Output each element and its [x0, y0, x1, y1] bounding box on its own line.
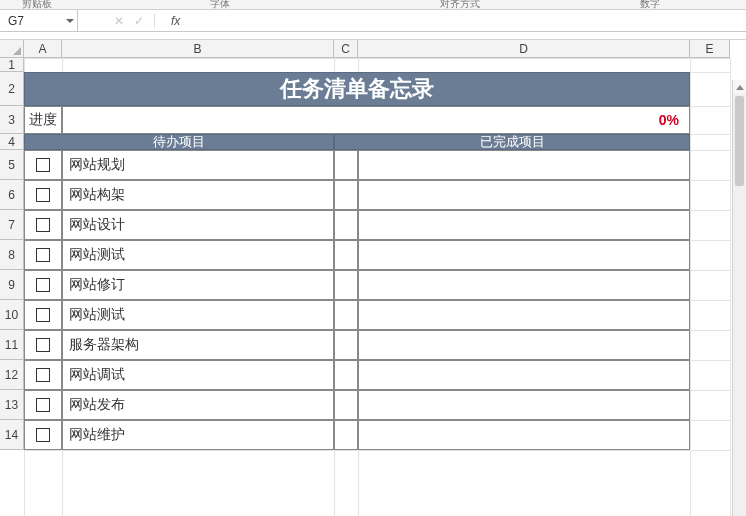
scroll-up-button[interactable]: [733, 80, 746, 94]
todo-item-text[interactable]: 网站调试: [62, 360, 334, 390]
chevron-down-icon[interactable]: [66, 19, 74, 23]
todo-checkbox[interactable]: [24, 330, 62, 360]
row-header-8[interactable]: 8: [0, 240, 24, 270]
todo-item-text[interactable]: 网站维护: [62, 420, 334, 450]
todo-item-text[interactable]: 网站构架: [62, 180, 334, 210]
todo-checkbox[interactable]: [24, 270, 62, 300]
worksheet-grid[interactable]: ABCDE 1234567891011121314 任务清单备忘录进度0%待办项…: [0, 40, 746, 516]
done-item-cell[interactable]: [358, 360, 690, 390]
done-checkbox-cell[interactable]: [334, 390, 358, 420]
done-item-cell[interactable]: [358, 240, 690, 270]
checkbox-icon[interactable]: [36, 188, 50, 202]
todo-checkbox[interactable]: [24, 240, 62, 270]
header-todo: 待办项目: [24, 134, 334, 150]
row-header-3[interactable]: 3: [0, 106, 24, 134]
header-done: 已完成项目: [334, 134, 690, 150]
todo-item-text[interactable]: 网站修订: [62, 270, 334, 300]
col-header-E[interactable]: E: [690, 40, 730, 58]
done-checkbox-cell[interactable]: [334, 180, 358, 210]
checkbox-icon[interactable]: [36, 338, 50, 352]
todo-item-text[interactable]: 网站规划: [62, 150, 334, 180]
sheet-title: 任务清单备忘录: [24, 72, 690, 106]
checkbox-icon[interactable]: [36, 428, 50, 442]
checkbox-icon[interactable]: [36, 278, 50, 292]
done-checkbox-cell[interactable]: [334, 270, 358, 300]
name-box-value: G7: [8, 14, 24, 28]
select-all-corner[interactable]: [0, 40, 24, 58]
done-item-cell[interactable]: [358, 150, 690, 180]
todo-checkbox[interactable]: [24, 150, 62, 180]
todo-item-text[interactable]: 网站测试: [62, 240, 334, 270]
todo-checkbox[interactable]: [24, 300, 62, 330]
progress-value: 0%: [62, 106, 690, 134]
row-header-5[interactable]: 5: [0, 150, 24, 180]
row-header-11[interactable]: 11: [0, 330, 24, 360]
enter-formula-icon: ✓: [134, 14, 144, 28]
ribbon-group-align: 对齐方式: [440, 0, 480, 11]
row-header-9[interactable]: 9: [0, 270, 24, 300]
col-header-D[interactable]: D: [358, 40, 690, 58]
done-item-cell[interactable]: [358, 420, 690, 450]
todo-checkbox[interactable]: [24, 180, 62, 210]
col-header-A[interactable]: A: [24, 40, 62, 58]
todo-checkbox[interactable]: [24, 210, 62, 240]
todo-item-text[interactable]: 服务器架构: [62, 330, 334, 360]
row-header-12[interactable]: 12: [0, 360, 24, 390]
done-checkbox-cell[interactable]: [334, 150, 358, 180]
row-header-1[interactable]: 1: [0, 58, 24, 72]
progress-label: 进度: [24, 106, 62, 134]
done-checkbox-cell[interactable]: [334, 360, 358, 390]
checkbox-icon[interactable]: [36, 248, 50, 262]
done-checkbox-cell[interactable]: [334, 420, 358, 450]
cancel-formula-icon: ✕: [114, 14, 124, 28]
todo-item-text[interactable]: 网站测试: [62, 300, 334, 330]
row-header-14[interactable]: 14: [0, 420, 24, 450]
checkbox-icon[interactable]: [36, 398, 50, 412]
row-header-10[interactable]: 10: [0, 300, 24, 330]
checkbox-icon[interactable]: [36, 308, 50, 322]
todo-item-text[interactable]: 网站设计: [62, 210, 334, 240]
todo-item-text[interactable]: 网站发布: [62, 390, 334, 420]
row-header-13[interactable]: 13: [0, 390, 24, 420]
done-checkbox-cell[interactable]: [334, 300, 358, 330]
todo-checkbox[interactable]: [24, 420, 62, 450]
ribbon-group-font: 字体: [210, 0, 230, 11]
done-item-cell[interactable]: [358, 300, 690, 330]
col-header-C[interactable]: C: [334, 40, 358, 58]
done-item-cell[interactable]: [358, 180, 690, 210]
done-checkbox-cell[interactable]: [334, 210, 358, 240]
todo-checkbox[interactable]: [24, 360, 62, 390]
row-header-4[interactable]: 4: [0, 134, 24, 150]
done-item-cell[interactable]: [358, 330, 690, 360]
done-item-cell[interactable]: [358, 390, 690, 420]
checkbox-icon[interactable]: [36, 158, 50, 172]
fx-label[interactable]: fx: [163, 14, 180, 28]
done-item-cell[interactable]: [358, 210, 690, 240]
row-header-7[interactable]: 7: [0, 210, 24, 240]
checkbox-icon[interactable]: [36, 368, 50, 382]
done-item-cell[interactable]: [358, 270, 690, 300]
done-checkbox-cell[interactable]: [334, 330, 358, 360]
checkbox-icon[interactable]: [36, 218, 50, 232]
scroll-thumb[interactable]: [735, 96, 744, 186]
done-checkbox-cell[interactable]: [334, 240, 358, 270]
col-header-B[interactable]: B: [62, 40, 334, 58]
todo-checkbox[interactable]: [24, 390, 62, 420]
row-header-6[interactable]: 6: [0, 180, 24, 210]
ribbon-group-number: 数字: [640, 0, 660, 11]
row-header-2[interactable]: 2: [0, 72, 24, 106]
name-box[interactable]: G7: [0, 10, 78, 31]
vertical-scrollbar[interactable]: [732, 80, 746, 516]
